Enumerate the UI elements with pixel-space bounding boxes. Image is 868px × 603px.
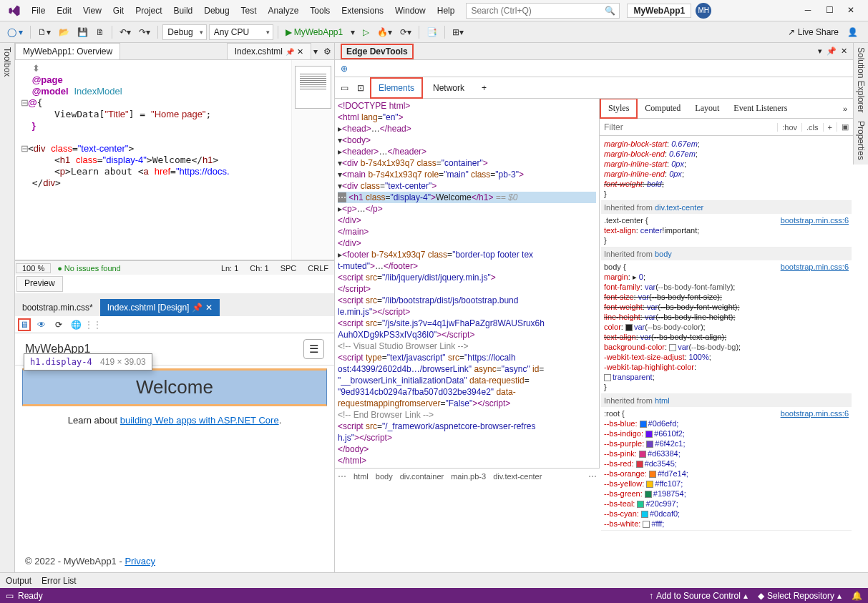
menu-git[interactable]: Git xyxy=(107,3,130,19)
preview-tab[interactable]: Preview xyxy=(16,276,63,292)
browser-link-icon[interactable]: 📑 xyxy=(424,26,440,39)
crumbs-overflow-icon[interactable]: ⋯ xyxy=(585,471,600,481)
code-area[interactable]: ⬍ @page @model IndexModel ⊟@{ ViewData["… xyxy=(15,60,291,260)
save-icon[interactable]: 💾 xyxy=(74,26,91,39)
browser-refresh-icon[interactable]: ⟳▾ xyxy=(397,26,414,39)
minimap[interactable] xyxy=(291,60,334,260)
col-indicator[interactable]: Ch: 1 xyxy=(244,264,274,273)
tab-elements[interactable]: Elements xyxy=(370,77,423,99)
pin-icon[interactable]: 📌 xyxy=(192,303,203,313)
close-icon[interactable]: ✕ xyxy=(841,46,847,56)
ruler-icon[interactable]: ⋮⋮ xyxy=(87,318,99,331)
hot-reload-icon[interactable]: 🔥▾ xyxy=(374,26,395,39)
menu-build[interactable]: Build xyxy=(168,3,199,19)
select-repository[interactable]: ◆ Select Repository ▴ xyxy=(758,591,842,601)
no-issues[interactable]: No issues found xyxy=(52,264,127,273)
menu-edit[interactable]: Edit xyxy=(51,3,77,19)
encoding-indicator[interactable]: CRLF xyxy=(302,264,334,273)
crumb-textcenter[interactable]: div.text-center xyxy=(493,472,542,481)
device-icon[interactable]: ⊡ xyxy=(354,80,367,96)
inh-link[interactable]: html xyxy=(655,396,670,405)
menu-help[interactable]: Help xyxy=(431,3,461,19)
spaces-indicator[interactable]: SPC xyxy=(275,264,303,273)
dropdown-icon[interactable]: ▾ xyxy=(818,46,822,56)
reload-icon[interactable]: ⊕ xyxy=(341,64,348,74)
undo-icon[interactable]: ↶▾ xyxy=(117,26,134,39)
menu-window[interactable]: Window xyxy=(389,3,431,19)
code-editor[interactable]: ⬍ @page @model IndexModel ⊟@{ ViewData["… xyxy=(15,60,334,260)
open-icon[interactable]: 📂 xyxy=(56,26,72,39)
cls-toggle[interactable]: .cls xyxy=(801,123,823,132)
inh-link[interactable]: body xyxy=(655,250,672,258)
visual-icon[interactable]: 👁 xyxy=(35,318,48,331)
filter-input[interactable] xyxy=(600,122,777,132)
privacy-link[interactable]: Privacy xyxy=(125,556,155,567)
run-button[interactable]: MyWebApp1 xyxy=(283,26,346,39)
tab-computed[interactable]: Computed xyxy=(638,99,688,117)
hamburger-icon[interactable]: ☰ xyxy=(303,339,324,359)
tabs-overflow-icon[interactable]: ▾ xyxy=(311,43,321,59)
tab-events[interactable]: Event Listeners xyxy=(726,99,794,117)
menu-test[interactable]: Test xyxy=(235,3,263,19)
menu-tools[interactable]: Tools xyxy=(304,3,336,19)
learn-link[interactable]: building Web apps with ASP.NET Core xyxy=(120,415,279,426)
tab-close-icon[interactable]: ✕ xyxy=(205,303,213,313)
tab-output[interactable]: Output xyxy=(6,576,31,586)
styles-content[interactable]: margin-block-start: 0.67em; margin-block… xyxy=(600,136,853,572)
crumbs-more-icon[interactable]: ⋯ xyxy=(335,471,349,481)
new-icon[interactable]: 🗋▾ xyxy=(35,26,54,39)
pin-icon[interactable]: 📌 xyxy=(286,48,294,56)
menu-extensions[interactable]: Extensions xyxy=(336,3,389,19)
tab-layout[interactable]: Layout xyxy=(688,99,726,117)
solution-explorer-tab[interactable]: Solution Explorer xyxy=(853,43,868,117)
crumb-main[interactable]: main.pb-3 xyxy=(451,472,486,481)
redo-icon[interactable]: ↷▾ xyxy=(136,26,153,39)
close-button[interactable]: ✕ xyxy=(845,5,857,16)
devtools-title[interactable]: Edge DevTools xyxy=(341,44,414,59)
menu-debug[interactable]: Debug xyxy=(198,3,235,19)
properties-tab[interactable]: Properties xyxy=(853,117,868,165)
tab-css-file[interactable]: bootstrap.min.css* xyxy=(15,299,100,316)
add-source-control[interactable]: ↑ Add to Source Control ▴ xyxy=(649,591,748,601)
platform-select[interactable]: Any CPU xyxy=(209,24,273,40)
crumb-html[interactable]: html xyxy=(353,472,369,481)
notifications-icon[interactable]: 🔔 xyxy=(852,591,862,601)
search-box[interactable]: 🔍 xyxy=(466,3,620,19)
tab-error-list[interactable]: Error List xyxy=(42,576,77,586)
inspect-element-icon[interactable]: ▭ xyxy=(338,80,351,96)
crumb-body[interactable]: body xyxy=(376,472,393,481)
solution-name[interactable]: MyWebApp1 xyxy=(627,4,691,18)
inh-link[interactable]: div.text-center xyxy=(655,203,703,212)
tab-close-icon[interactable]: ✕ xyxy=(297,47,303,57)
add-rule-icon[interactable]: + xyxy=(823,123,837,132)
more-tabs-icon[interactable]: » xyxy=(837,104,853,113)
tab-design[interactable]: Index.cshtml [Design] 📌 ✕ xyxy=(100,299,220,316)
nav-back-icon[interactable]: ◯ ▾ xyxy=(4,26,26,39)
tab-network[interactable]: Network xyxy=(426,79,472,97)
tab-overview[interactable]: MyWebApp1: Overview xyxy=(15,43,120,59)
save-all-icon[interactable]: 🗎 xyxy=(93,26,107,39)
admin-icon[interactable]: 👤 xyxy=(847,27,858,37)
search-input[interactable] xyxy=(471,6,605,16)
user-avatar[interactable]: MH xyxy=(696,3,711,19)
menu-file[interactable]: File xyxy=(26,3,51,19)
tabs-settings-icon[interactable]: ⚙ xyxy=(321,43,334,59)
menu-view[interactable]: View xyxy=(77,3,107,19)
run-dropdown-icon[interactable]: ▾ xyxy=(348,26,358,39)
layout-icon[interactable]: ⊞▾ xyxy=(449,26,467,39)
menu-project[interactable]: Project xyxy=(130,3,167,19)
browser-icon[interactable]: 🌐 xyxy=(69,318,82,331)
dom-tree[interactable]: <!DOCTYPE html> <html lang="en"> ▸<head>… xyxy=(335,99,600,468)
refresh-icon[interactable]: ⟳ xyxy=(52,318,65,331)
inspect-icon[interactable]: 🖥 xyxy=(18,318,31,331)
run-no-debug-icon[interactable]: ▷ xyxy=(360,26,372,39)
zoom-select[interactable]: 100 % xyxy=(16,263,51,273)
welcome-heading[interactable]: Welcome xyxy=(22,368,327,406)
crumb-container[interactable]: div.container xyxy=(400,472,444,481)
device-icon[interactable]: ▣ xyxy=(837,122,853,132)
minimize-button[interactable]: ─ xyxy=(802,5,814,16)
config-select[interactable]: Debug xyxy=(162,24,206,40)
line-indicator[interactable]: Ln: 1 xyxy=(215,264,244,273)
hov-toggle[interactable]: :hov xyxy=(777,123,801,132)
toolbox-tab[interactable]: Toolbox xyxy=(0,43,15,572)
